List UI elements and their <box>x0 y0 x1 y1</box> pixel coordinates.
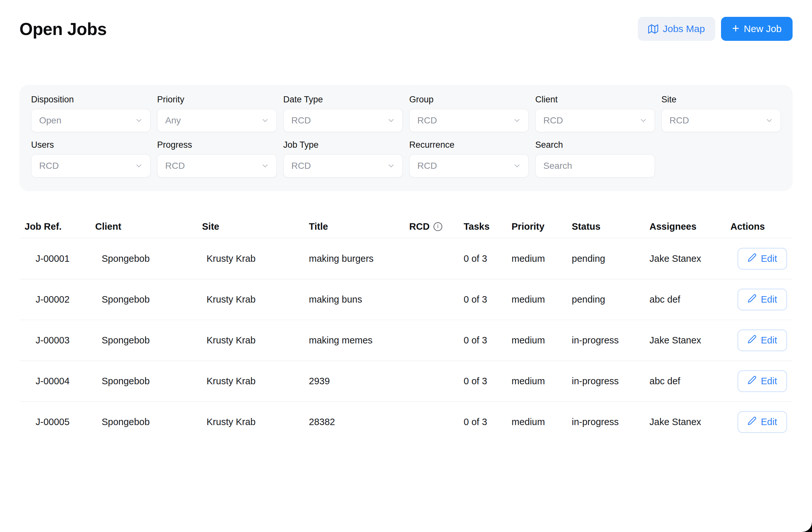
cell-tasks: 0 of 3 <box>459 376 506 387</box>
client-select[interactable]: RCD <box>535 109 655 132</box>
cell-title: 2939 <box>304 376 404 387</box>
cell-site: Krusty Krab <box>197 376 304 387</box>
search-input[interactable] <box>535 154 655 178</box>
filter-label-search: Search <box>535 140 655 150</box>
cell-tasks: 0 of 3 <box>459 253 506 264</box>
filter-search: Search <box>535 140 655 178</box>
column-header-label: Site <box>202 221 219 232</box>
table-row: J-00003SpongebobKrusty Krabmaking memes0… <box>19 320 793 361</box>
edit-button[interactable]: Edit <box>738 248 787 269</box>
pencil-icon <box>748 253 757 264</box>
column-header-label: Client <box>95 221 121 232</box>
cell-assignees: abc def <box>644 376 725 387</box>
chevron-down-icon <box>387 162 395 170</box>
group-select[interactable]: RCD <box>409 109 529 132</box>
cell-client: Spongebob <box>90 376 197 387</box>
cell-client: Spongebob <box>90 253 197 264</box>
cell-assignees: Jake Stanex <box>644 253 725 264</box>
chevron-down-icon <box>765 116 773 125</box>
edit-button[interactable]: Edit <box>738 411 787 433</box>
edit-button[interactable]: Edit <box>738 289 787 310</box>
progress-select[interactable]: RCD <box>157 154 276 178</box>
edit-button[interactable]: Edit <box>738 370 787 392</box>
map-icon <box>648 24 658 34</box>
cell-client: Spongebob <box>90 417 197 428</box>
pencil-icon <box>748 294 757 305</box>
job-type-select-value: RCD <box>291 161 311 171</box>
chevron-down-icon <box>135 162 143 170</box>
date-type-select[interactable]: RCD <box>283 109 403 132</box>
cell-job_ref: J-00004 <box>19 376 90 387</box>
recurrence-select[interactable]: RCD <box>409 154 529 178</box>
pencil-icon <box>748 416 757 428</box>
column-header-tasks: Tasks <box>459 215 506 238</box>
site-select[interactable]: RCD <box>662 109 781 132</box>
column-header-assignees: Assignees <box>644 215 725 238</box>
cell-job_ref: J-00005 <box>19 417 90 428</box>
cell-client: Spongebob <box>90 335 197 346</box>
new-job-button[interactable]: + New Job <box>721 17 793 41</box>
disposition-select-value: Open <box>39 115 61 126</box>
cell-actions: Edit <box>725 330 793 351</box>
filter-label-progress: Progress <box>157 140 276 150</box>
cell-site: Krusty Krab <box>197 253 304 264</box>
filter-progress: ProgressRCD <box>157 140 276 178</box>
edit-button-label: Edit <box>761 335 777 346</box>
cell-actions: Edit <box>725 370 793 392</box>
filter-label-date-type: Date Type <box>283 95 403 104</box>
column-header-site: Site <box>197 215 304 238</box>
users-select[interactable]: RCD <box>31 154 150 178</box>
cell-job_ref: J-00003 <box>19 335 90 346</box>
table-row: J-00004SpongebobKrusty Krab29390 of 3med… <box>19 361 793 402</box>
cell-actions: Edit <box>725 289 793 310</box>
cell-title: making buns <box>304 294 404 305</box>
chevron-down-icon <box>387 116 395 125</box>
cell-tasks: 0 of 3 <box>459 335 506 346</box>
priority-select[interactable]: Any <box>157 109 276 132</box>
filter-label-users: Users <box>31 140 150 150</box>
chevron-down-icon <box>639 116 648 125</box>
priority-select-value: Any <box>165 115 181 126</box>
table-header-row: Job Ref.ClientSiteTitleRCDiTasksPriority… <box>19 215 793 238</box>
column-header-label: Job Ref. <box>25 221 61 232</box>
cell-status: in-progress <box>567 335 644 346</box>
cell-site: Krusty Krab <box>197 417 304 428</box>
cell-site: Krusty Krab <box>197 294 304 305</box>
column-header-client: Client <box>90 215 197 238</box>
table-row: J-00001SpongebobKrusty Krabmaking burger… <box>19 238 793 279</box>
cell-status: pending <box>567 253 644 264</box>
column-header-rcd: RCDi <box>404 215 459 238</box>
cell-title: 28382 <box>304 417 404 428</box>
disposition-select[interactable]: Open <box>31 109 150 132</box>
filter-group: GroupRCD <box>409 95 529 132</box>
edit-button-label: Edit <box>761 376 777 387</box>
cell-priority: medium <box>506 417 567 428</box>
cell-priority: medium <box>506 376 567 387</box>
jobs-table: Job Ref.ClientSiteTitleRCDiTasksPriority… <box>19 215 793 442</box>
cell-actions: Edit <box>725 411 793 433</box>
column-header-status: Status <box>567 215 644 238</box>
cell-client: Spongebob <box>90 294 197 305</box>
info-icon[interactable]: i <box>434 222 442 231</box>
job-type-select[interactable]: RCD <box>283 154 403 178</box>
cell-site: Krusty Krab <box>197 335 304 346</box>
filter-client: ClientRCD <box>535 95 655 132</box>
group-select-value: RCD <box>417 115 437 126</box>
filter-disposition: DispositionOpen <box>31 95 150 132</box>
topbar-actions: Jobs Map + New Job <box>638 17 793 41</box>
cell-assignees: abc def <box>644 294 725 305</box>
column-header-label: Tasks <box>464 221 490 232</box>
column-header-label: Status <box>572 221 600 232</box>
filter-site: SiteRCD <box>662 95 781 132</box>
chevron-down-icon <box>261 162 270 170</box>
date-type-select-value: RCD <box>291 115 311 126</box>
jobs-map-button[interactable]: Jobs Map <box>638 17 715 41</box>
open-jobs-page: Open Jobs Jobs Map + New Job Disposition… <box>0 0 812 532</box>
cell-assignees: Jake Stanex <box>644 335 725 346</box>
cell-actions: Edit <box>725 248 793 269</box>
cell-priority: medium <box>506 294 567 305</box>
screen-corner-artifact <box>802 522 812 532</box>
edit-button[interactable]: Edit <box>738 330 787 351</box>
column-header-label: Assignees <box>650 221 696 232</box>
column-header-title: Title <box>304 215 404 238</box>
